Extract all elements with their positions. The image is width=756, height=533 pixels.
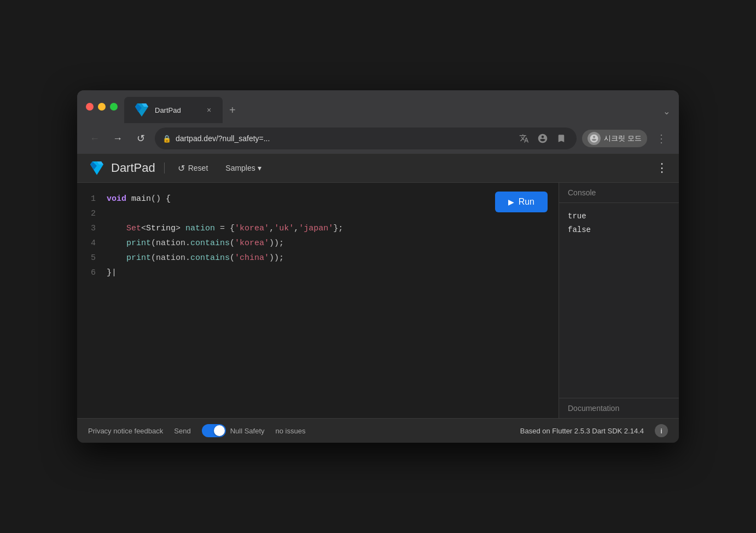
code-line-1: 1 void main() {	[88, 192, 548, 206]
browser-more-button[interactable]: ⋮	[653, 130, 670, 147]
send-feedback-link[interactable]: Send	[174, 427, 190, 435]
profile-avatar	[588, 132, 601, 145]
line-number: 5	[88, 251, 96, 265]
line-number: 1	[88, 192, 96, 206]
active-tab[interactable]: DartPad ×	[124, 97, 223, 123]
samples-chevron-icon: ▾	[258, 164, 261, 172]
code-content: void main() {	[107, 192, 171, 206]
null-safety-toggle-container: Null Safety	[202, 424, 265, 437]
dartpad-title: DartPad	[111, 161, 155, 175]
code-content: Set<String> nation = {'korea','uk','japa…	[107, 221, 343, 236]
console-output: true false	[559, 203, 679, 398]
reset-icon: ↺	[178, 163, 185, 173]
run-icon: ▶	[508, 198, 514, 206]
version-label: Based on Flutter 2.5.3 Dart SDK 2.14.4	[520, 427, 644, 435]
console-line-2: false	[568, 223, 670, 237]
code-content	[107, 206, 112, 221]
documentation-header: Documentation	[559, 398, 679, 418]
incognito-icon[interactable]	[535, 131, 550, 146]
title-bar: DartPad × + ⌄	[77, 90, 679, 123]
tab-close-button[interactable]: ×	[204, 105, 214, 115]
code-content: print(nation.contains('korea'));	[107, 236, 284, 251]
toggle-knob	[214, 425, 225, 436]
code-line-5: 5 print(nation.contains('china'));	[88, 251, 548, 265]
forward-button[interactable]: →	[109, 130, 126, 147]
reset-button[interactable]: ↺ Reset	[173, 161, 213, 176]
refresh-button[interactable]: ↺	[132, 130, 149, 147]
new-tab-button[interactable]: +	[225, 102, 240, 119]
code-editor[interactable]: 1 void main() { 2 3 Set<String> nation =…	[77, 183, 559, 418]
translate-icon[interactable]	[516, 131, 532, 146]
run-label: Run	[519, 197, 534, 207]
code-content: }|	[107, 265, 117, 280]
null-safety-label: Null Safety	[230, 427, 265, 435]
issues-label[interactable]: no issues	[276, 427, 306, 435]
samples-label: Samples	[225, 164, 255, 172]
address-icons	[516, 131, 569, 146]
minimize-window-button[interactable]	[98, 103, 106, 111]
console-line-1: true	[568, 210, 670, 223]
samples-button[interactable]: Samples ▾	[221, 161, 265, 175]
profile-label: 시크릿 모드	[604, 134, 642, 143]
privacy-notice-link[interactable]: Privacy notice feedback	[88, 427, 163, 435]
console-panel: Console true false Documentation	[559, 183, 679, 418]
reset-label: Reset	[188, 164, 208, 172]
toolbar-divider	[164, 163, 165, 173]
traffic-lights	[86, 103, 118, 117]
code-line-3: 3 Set<String> nation = {'korea','uk','ja…	[88, 221, 548, 236]
bookmark-icon[interactable]	[554, 131, 569, 146]
tabs-chevron-button[interactable]: ⌄	[663, 106, 670, 123]
dartpad-logo-icon	[88, 159, 106, 177]
status-bar: Privacy notice feedback Send Null Safety…	[77, 418, 679, 443]
dartpad-toolbar: DartPad ↺ Reset Samples ▾ ⋮	[77, 154, 679, 183]
close-window-button[interactable]	[86, 103, 94, 111]
profile-button[interactable]: 시크릿 모드	[582, 130, 647, 147]
line-number: 4	[88, 236, 96, 251]
main-content: 1 void main() { 2 3 Set<String> nation =…	[77, 183, 679, 418]
address-text: dartpad.dev/?null_safety=...	[176, 134, 512, 143]
info-button[interactable]: i	[655, 424, 668, 437]
browser-window: DartPad × + ⌄ ← → ↺ 🔒 dartpad.dev/?null_…	[77, 90, 679, 443]
nav-bar: ← → ↺ 🔒 dartpad.dev/?null_safety=...	[77, 123, 679, 154]
tab-bar: DartPad × + ⌄	[124, 97, 670, 123]
back-button[interactable]: ←	[86, 130, 103, 147]
run-button[interactable]: ▶ Run	[495, 192, 548, 212]
null-safety-toggle[interactable]	[202, 424, 226, 437]
maximize-window-button[interactable]	[110, 103, 118, 111]
code-line-2: 2	[88, 206, 548, 221]
tab-favicon	[133, 101, 150, 119]
console-header: Console	[559, 183, 679, 203]
code-line-4: 4 print(nation.contains('korea'));	[88, 236, 548, 251]
more-options-button[interactable]: ⋮	[656, 161, 668, 175]
dartpad-logo: DartPad	[88, 159, 155, 177]
code-line-6: 6 }|	[88, 265, 548, 280]
code-content: print(nation.contains('china'));	[107, 251, 284, 265]
tab-title: DartPad	[155, 106, 200, 114]
lock-icon: 🔒	[162, 135, 171, 143]
line-number: 6	[88, 265, 96, 280]
line-number: 3	[88, 221, 96, 236]
line-number: 2	[88, 206, 96, 221]
address-bar[interactable]: 🔒 dartpad.dev/?null_safety=...	[155, 128, 577, 149]
